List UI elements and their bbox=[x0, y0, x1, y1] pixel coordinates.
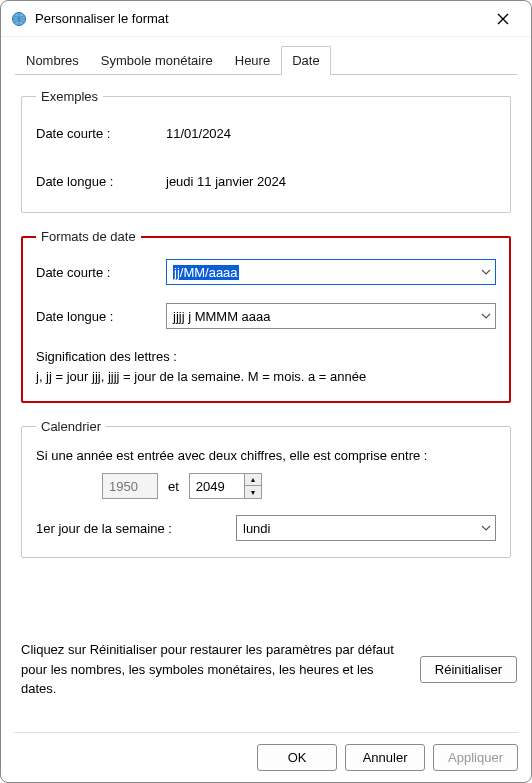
formats-legend: Formats de date bbox=[36, 229, 141, 244]
short-date-format-value: jj/MM/aaaa bbox=[173, 265, 481, 280]
short-date-example-value: 11/01/2024 bbox=[166, 126, 496, 141]
reset-description: Cliquez sur Réinitialiser pour restaurer… bbox=[21, 640, 406, 699]
calendar-legend: Calendrier bbox=[36, 419, 106, 434]
tab-panel-date: Exemples Date courte : 11/01/2024 Date l… bbox=[15, 74, 517, 580]
globe-icon bbox=[11, 11, 27, 27]
dialog-button-bar: OK Annuler Appliquer bbox=[257, 744, 518, 771]
close-icon bbox=[497, 13, 509, 25]
title-bar: Personnaliser le format bbox=[1, 1, 531, 37]
year-to-input[interactable] bbox=[189, 473, 245, 499]
short-date-format-label: Date courte : bbox=[36, 265, 166, 280]
long-date-format-value: jjjj j MMMM aaaa bbox=[173, 309, 481, 324]
tab-currency[interactable]: Symbole monétaire bbox=[90, 46, 224, 75]
two-digit-year-text: Si une année est entrée avec deux chiffr… bbox=[36, 448, 496, 463]
first-day-value: lundi bbox=[243, 521, 481, 536]
examples-group: Exemples Date courte : 11/01/2024 Date l… bbox=[21, 89, 511, 213]
date-formats-group: Formats de date Date courte : jj/MM/aaaa… bbox=[21, 229, 511, 403]
separator bbox=[14, 732, 518, 733]
tab-strip: Nombres Symbole monétaire Heure Date bbox=[1, 37, 531, 74]
apply-button[interactable]: Appliquer bbox=[433, 744, 518, 771]
first-day-label: 1er jour de la semaine : bbox=[36, 521, 226, 536]
spin-up-button[interactable]: ▲ bbox=[245, 474, 261, 486]
long-date-example-value: jeudi 11 janvier 2024 bbox=[166, 174, 496, 189]
short-date-example-label: Date courte : bbox=[36, 126, 166, 141]
year-to-spinner[interactable]: ▲ ▼ bbox=[245, 473, 262, 499]
letters-note-title: Signification des lettres : bbox=[36, 347, 496, 367]
long-date-format-label: Date longue : bbox=[36, 309, 166, 324]
reset-button[interactable]: Réinitialiser bbox=[420, 656, 517, 683]
long-date-format-combo[interactable]: jjjj j MMMM aaaa bbox=[166, 303, 496, 329]
first-day-combo[interactable]: lundi bbox=[236, 515, 496, 541]
tab-time[interactable]: Heure bbox=[224, 46, 281, 75]
cancel-button[interactable]: Annuler bbox=[345, 744, 425, 771]
calendar-group: Calendrier Si une année est entrée avec … bbox=[21, 419, 511, 558]
chevron-down-icon bbox=[481, 525, 491, 531]
examples-legend: Exemples bbox=[36, 89, 103, 104]
ok-button[interactable]: OK bbox=[257, 744, 337, 771]
reset-section: Cliquez sur Réinitialiser pour restaurer… bbox=[21, 640, 517, 699]
spin-down-button[interactable]: ▼ bbox=[245, 486, 261, 498]
close-button[interactable] bbox=[485, 5, 521, 33]
year-from-input bbox=[102, 473, 158, 499]
short-date-format-combo[interactable]: jj/MM/aaaa bbox=[166, 259, 496, 285]
long-date-example-label: Date longue : bbox=[36, 174, 166, 189]
chevron-down-icon bbox=[481, 313, 491, 319]
year-and-label: et bbox=[168, 479, 179, 494]
window-title: Personnaliser le format bbox=[35, 11, 485, 26]
tab-numbers[interactable]: Nombres bbox=[15, 46, 90, 75]
letters-note-body: j, jj = jour jjj, jjjj = jour de la sema… bbox=[36, 367, 496, 387]
letters-note: Signification des lettres : j, jj = jour… bbox=[36, 347, 496, 386]
chevron-down-icon bbox=[481, 269, 491, 275]
tab-date[interactable]: Date bbox=[281, 46, 330, 75]
